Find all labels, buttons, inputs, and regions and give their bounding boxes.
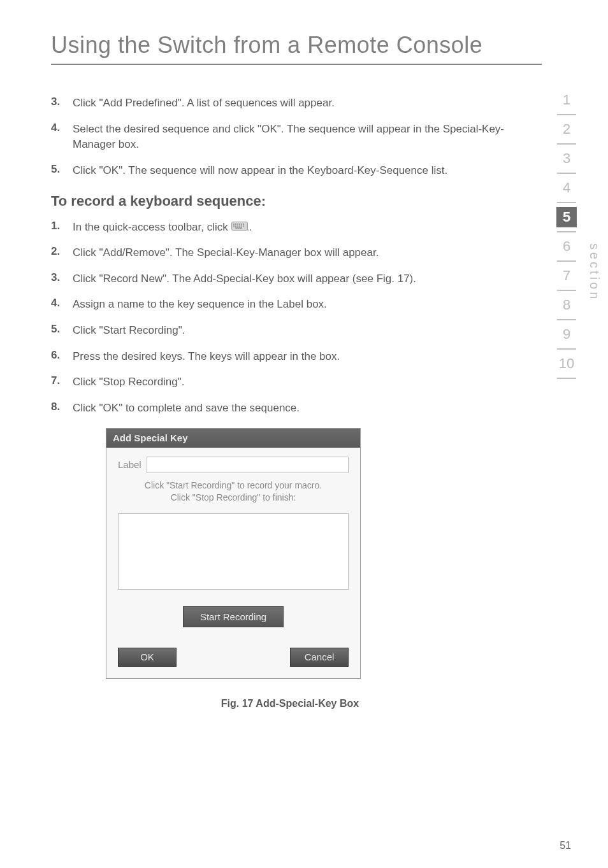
step-text: Click "OK". The sequence will now appear…	[73, 163, 529, 179]
keyboard-icon: s	[231, 221, 249, 231]
dialog-wrap: Add Special Key Label Click "Start Recor…	[106, 428, 361, 679]
section-label: section	[587, 243, 602, 301]
ok-button[interactable]: OK	[118, 648, 177, 667]
svg-rect-11	[241, 225, 242, 227]
figure-caption: Fig. 17 Add-Special-Key Box	[51, 698, 529, 709]
index-item-1[interactable]: 1	[556, 90, 577, 110]
index-divider	[557, 260, 576, 262]
index-item-8[interactable]: 8	[556, 295, 577, 315]
content-area: 3. Click "Add Predefined". A list of seq…	[51, 96, 529, 709]
step-text: Press the desired keys. The keys will ap…	[73, 349, 529, 365]
label-input[interactable]	[147, 457, 349, 473]
step-row: 2. Click "Add/Remove". The Special-Key-M…	[51, 245, 529, 261]
svg-rect-8	[235, 225, 236, 227]
svg-rect-1	[233, 224, 235, 225]
svg-rect-7	[233, 225, 235, 227]
step-row: 3. Click "Record New". The Add-Special-K…	[51, 271, 529, 287]
step-row: 5. Click "Start Recording".	[51, 323, 529, 339]
step-number: 3.	[51, 96, 73, 108]
add-special-key-dialog: Add Special Key Label Click "Start Recor…	[106, 428, 361, 679]
step-number: 6.	[51, 349, 73, 362]
step-number: 4.	[51, 297, 73, 309]
step-text: Click "Add Predefined". A list of sequen…	[73, 96, 529, 111]
step-text: Click "OK" to complete and save the sequ…	[73, 401, 529, 416]
index-item-10[interactable]: 10	[556, 353, 577, 374]
index-item-6[interactable]: 6	[556, 236, 577, 257]
svg-rect-2	[235, 224, 236, 225]
hint-line1: Click "Start Recording" to record your m…	[145, 480, 322, 490]
step-number: 3.	[51, 271, 73, 284]
dialog-body: Label Click "Start Recording" to record …	[106, 448, 360, 636]
step-text: Click "Record New". The Add-Special-Key …	[73, 271, 529, 287]
svg-rect-9	[237, 225, 238, 227]
step-text: In the quick-access toolbar, click s.	[73, 220, 529, 236]
step-number: 2.	[51, 245, 73, 258]
start-row: Start Recording	[118, 606, 349, 627]
index-divider	[557, 143, 576, 145]
page-title: Using the Switch from a Remote Console	[51, 32, 563, 59]
svg-rect-12	[243, 225, 244, 227]
step-row: 4. Assign a name to the key sequence in …	[51, 297, 529, 313]
label-row: Label	[118, 457, 349, 473]
index-item-7[interactable]: 7	[556, 266, 577, 286]
step-text: Select the desired sequence and click "O…	[73, 122, 529, 153]
label-text: Label	[118, 459, 141, 470]
svg-rect-13	[235, 227, 242, 229]
step-row: 7. Click "Stop Recording".	[51, 374, 529, 390]
step-number: 5.	[51, 163, 73, 176]
macro-textarea[interactable]	[118, 513, 349, 590]
step-row: 8. Click "OK" to complete and save the s…	[51, 401, 529, 416]
step-text: Click "Add/Remove". The Special-Key-Mana…	[73, 245, 529, 261]
svg-rect-5	[241, 224, 242, 225]
step-text: Click "Start Recording".	[73, 323, 529, 339]
index-divider	[557, 231, 576, 232]
step-number: 8.	[51, 401, 73, 413]
svg-rect-3	[237, 224, 238, 225]
cancel-button[interactable]: Cancel	[290, 648, 349, 667]
step-row: 5. Click "OK". The sequence will now app…	[51, 163, 529, 179]
index-divider	[557, 290, 576, 291]
dialog-hint: Click "Start Recording" to record your m…	[118, 480, 349, 504]
dialog-footer: OK Cancel	[106, 648, 360, 678]
index-item-9[interactable]: 9	[556, 324, 577, 345]
index-divider	[557, 173, 576, 174]
step-row: 3. Click "Add Predefined". A list of seq…	[51, 96, 529, 111]
step-text-before: In the quick-access toolbar, click	[73, 221, 231, 233]
svg-rect-6	[243, 224, 244, 225]
index-item-5[interactable]: 5	[556, 207, 577, 227]
svg-rect-4	[239, 224, 240, 225]
svg-rect-10	[239, 225, 240, 227]
step-number: 4.	[51, 122, 73, 134]
index-divider	[557, 348, 576, 350]
index-divider	[557, 378, 576, 379]
title-rule	[51, 64, 542, 65]
step-row: 6. Press the desired keys. The keys will…	[51, 349, 529, 365]
index-item-4[interactable]: 4	[556, 178, 577, 198]
step-text-after: .	[249, 221, 252, 233]
hint-line2: Click "Stop Recording" to finish:	[171, 492, 296, 502]
step-row: 4. Select the desired sequence and click…	[51, 122, 529, 153]
step-number: 7.	[51, 374, 73, 387]
dialog-titlebar: Add Special Key	[106, 429, 360, 448]
index-divider	[557, 319, 576, 320]
section-index: 1 2 3 4 5 6 7 8 9 10	[551, 86, 583, 379]
step-text: Assign a name to the key sequence in the…	[73, 297, 529, 313]
page-number: 51	[560, 840, 571, 851]
start-recording-button[interactable]: Start Recording	[183, 606, 284, 627]
step-text: Click "Stop Recording".	[73, 374, 529, 390]
index-divider	[557, 202, 576, 203]
step-row: 1. In the quick-access toolbar, click s.	[51, 220, 529, 236]
index-item-2[interactable]: 2	[556, 119, 577, 139]
step-number: 1.	[51, 220, 73, 232]
step-number: 5.	[51, 323, 73, 336]
index-item-3[interactable]: 3	[556, 148, 577, 169]
dialog-title: Add Special Key	[113, 432, 188, 443]
subheading: To record a keyboard sequence:	[51, 193, 529, 210]
index-divider	[557, 114, 576, 115]
